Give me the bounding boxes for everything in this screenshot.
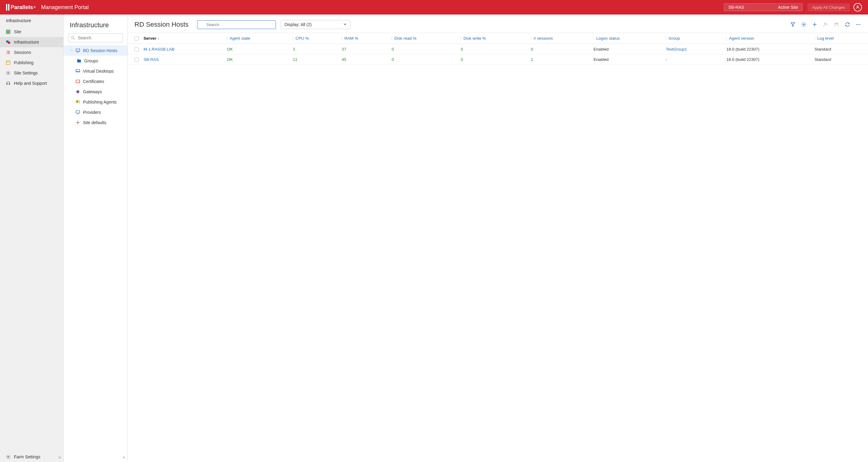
cell-agent-version: 18.0 (build 22307) — [724, 44, 812, 54]
sort-asc-icon: ↑ — [157, 37, 159, 40]
search-icon — [71, 36, 75, 40]
nav-farm-settings[interactable]: Farm Settings — [0, 452, 63, 462]
portal-title: Management Portal — [41, 4, 89, 10]
col-logon[interactable]: Logon status — [591, 33, 663, 44]
col-disk-read[interactable]: Disk read % — [389, 33, 458, 44]
tree-item-label: Publishing Agents — [83, 100, 117, 104]
nav-sessions[interactable]: Sessions — [0, 47, 63, 58]
tree-item-label: Groups — [84, 59, 98, 63]
user-account-icon[interactable] — [854, 3, 862, 11]
row-checkbox[interactable] — [134, 58, 139, 62]
col-server[interactable]: Server↑ — [141, 33, 224, 44]
desktop-icon — [75, 68, 81, 74]
col-cpu[interactable]: CPU % — [290, 33, 340, 44]
sidebar-item-label: Infrastructure — [14, 40, 39, 44]
mid-search-input[interactable] — [68, 33, 123, 42]
svg-point-5 — [7, 72, 9, 73]
tree-gateways[interactable]: Gateways — [64, 87, 127, 97]
refresh-icon[interactable] — [844, 22, 850, 28]
svg-point-22 — [837, 23, 838, 25]
sidebar-item-label: Help and Support — [14, 81, 47, 86]
tree-item-label: Providers — [83, 110, 101, 115]
apply-all-changes-button[interactable]: Apply All Changes — [807, 3, 850, 11]
content-search-input[interactable] — [197, 20, 276, 29]
col-sessions[interactable]: # sessions — [528, 33, 591, 44]
cell-cpu: 3 — [290, 44, 340, 54]
tree-certificates[interactable]: Certificates — [64, 76, 127, 87]
cell-cpu: 11 — [290, 54, 340, 65]
svg-rect-3 — [8, 42, 10, 44]
cell-disk-write: 0 — [458, 54, 528, 65]
svg-point-13 — [79, 82, 79, 82]
collapse-sidebar-icon[interactable]: « — [58, 455, 61, 460]
content-title: RD Session Hosts — [134, 21, 189, 29]
cell-server[interactable]: SB-RAS — [141, 54, 224, 65]
brand-logo[interactable]: Parallels® — [6, 4, 36, 10]
nav-infrastructure[interactable]: Infrastructure — [0, 37, 63, 47]
svg-rect-9 — [77, 60, 81, 62]
add-icon[interactable] — [812, 22, 818, 28]
svg-point-25 — [860, 24, 861, 25]
svg-rect-10 — [77, 59, 79, 60]
svg-point-0 — [857, 6, 858, 7]
svg-rect-8 — [76, 49, 80, 52]
nav-site[interactable]: Site — [0, 27, 63, 37]
stack-icon — [5, 39, 11, 45]
cell-server[interactable]: M-1.RASSB.LAB — [141, 44, 224, 54]
chevron-down-icon — [70, 48, 74, 53]
more-icon[interactable] — [855, 22, 861, 28]
users-icon — [834, 22, 840, 28]
display-filter-select[interactable]: Display: All (2) — [281, 20, 350, 29]
col-agent-version[interactable]: Agent version — [724, 33, 812, 44]
svg-point-21 — [835, 23, 837, 25]
col-group[interactable]: Group — [663, 33, 724, 44]
tree-publishing-agents[interactable]: Publishing Agents — [64, 97, 127, 107]
svg-rect-4 — [6, 61, 10, 65]
monitor-icon — [75, 48, 81, 53]
sidebar-item-label: Site — [14, 29, 21, 34]
sidebar-item-label: Sessions — [14, 50, 31, 55]
cell-group[interactable]: TestGroup1 — [663, 44, 724, 54]
svg-rect-16 — [76, 111, 80, 113]
collapse-mid-icon[interactable]: « — [123, 455, 125, 460]
tree-site-defaults[interactable]: Site defaults — [64, 118, 127, 128]
col-log-level[interactable]: Log level — [812, 33, 868, 44]
diamond-icon — [75, 89, 81, 95]
cell-logon: Enabled — [591, 54, 663, 65]
col-agent-state[interactable]: Agent state — [224, 33, 290, 44]
row-checkbox[interactable] — [134, 47, 139, 52]
tree-virtual-desktops[interactable]: Virtual Desktops — [64, 66, 127, 76]
content-pane: RD Session Hosts Display: All (2) — [128, 14, 868, 462]
tree-providers[interactable]: Providers — [64, 107, 127, 118]
filter-icon[interactable] — [790, 22, 796, 28]
screen-icon — [75, 99, 81, 105]
svg-point-6 — [7, 456, 9, 458]
gear-icon — [5, 454, 11, 460]
cell-disk-read: 0 — [389, 44, 458, 54]
col-disk-write[interactable]: Disk write % — [458, 33, 528, 44]
table-row[interactable]: SB-RAS OK 11 45 0 0 1 Enabled - 18.0 (bu… — [128, 54, 868, 65]
table-header-row: Server↑ Agent state CPU % RAM % Disk rea… — [128, 33, 868, 44]
cell-sessions: 0 — [528, 44, 591, 54]
tree-item-label: Certificates — [83, 79, 104, 84]
col-ram[interactable]: RAM % — [339, 33, 389, 44]
svg-point-24 — [858, 24, 859, 25]
tree-rd-session-hosts[interactable]: RD Session Hosts — [64, 45, 127, 56]
cell-log-level: Standard — [812, 54, 868, 65]
svg-rect-11 — [76, 70, 80, 72]
svg-point-19 — [803, 24, 805, 26]
tree-groups[interactable]: Groups — [64, 56, 127, 66]
nav-help[interactable]: Help and Support — [0, 78, 63, 89]
nav-publishing[interactable]: Publishing — [0, 58, 63, 68]
settings-icon[interactable] — [801, 22, 807, 28]
site-selector[interactable]: SB-RAS Active Site — [724, 3, 803, 11]
sidebar-item-label: Publishing — [14, 60, 34, 65]
table-row[interactable]: M-1.RASSB.LAB OK 3 37 0 0 0 Enabled Test… — [128, 44, 868, 54]
gear-icon — [5, 70, 11, 76]
nav-site-settings[interactable]: Site Settings — [0, 68, 63, 78]
cell-log-level: Standard — [812, 44, 868, 54]
brand-name: Parallels — [10, 4, 33, 10]
cell-logon: Enabled — [591, 44, 663, 54]
select-all-checkbox[interactable] — [134, 36, 139, 40]
parallels-bars-icon — [6, 4, 9, 10]
